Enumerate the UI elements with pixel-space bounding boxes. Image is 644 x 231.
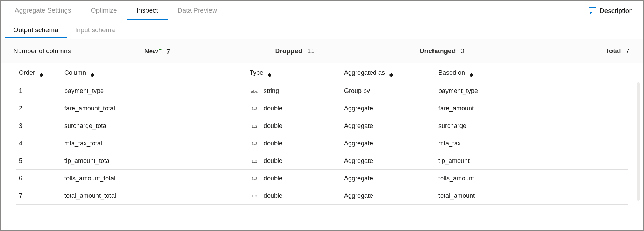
cell-aggregated-as: Group by (341, 82, 436, 100)
cell-type: abcstring (247, 82, 341, 100)
tab-data-preview[interactable]: Data Preview (168, 2, 227, 20)
cell-column: fare_amount_total (62, 100, 247, 117)
numeric-type-icon: 1.2 (250, 124, 259, 128)
numeric-type-icon: 1.2 (250, 107, 259, 111)
cell-order: 3 (16, 117, 62, 135)
stats-total: Total 7 (605, 47, 629, 55)
table-row[interactable]: 6tolls_amount_total1.2doubleAggregatetol… (16, 170, 628, 187)
table-row[interactable]: 7total_amount_total1.2doubleAggregatetot… (16, 187, 628, 205)
cell-aggregated-as: Aggregate (341, 152, 436, 170)
cell-aggregated-as: Aggregate (341, 100, 436, 117)
cell-type: 1.2double (247, 100, 341, 117)
tab-input-schema[interactable]: Input schema (67, 22, 123, 38)
sort-icon (91, 69, 94, 77)
cell-aggregated-as: Aggregate (341, 135, 436, 152)
stats-unchanged-value: 0 (460, 47, 464, 55)
sort-icon (470, 69, 473, 77)
type-name: string (264, 87, 279, 95)
description-label: Description (600, 7, 633, 15)
stats-dropped-label: Dropped (275, 47, 302, 55)
numeric-type-icon: 1.2 (250, 142, 259, 146)
schema-table-wrap: Order Column Type Aggregated as Based on (1, 63, 643, 205)
description-button[interactable]: Description (582, 7, 639, 15)
header-column[interactable]: Column (62, 63, 247, 82)
table-row[interactable]: 5tip_amount_total1.2doubleAggregatetip_a… (16, 152, 628, 170)
table-header-row: Order Column Type Aggregated as Based on (16, 63, 628, 82)
string-type-icon: abc (250, 89, 259, 93)
sort-icon (40, 69, 43, 77)
tab-output-schema[interactable]: Output schema (5, 22, 67, 38)
tab-optimize[interactable]: Optimize (81, 2, 127, 20)
cell-column: mta_tax_total (62, 135, 247, 152)
type-name: double (264, 122, 282, 130)
numeric-type-icon: 1.2 (250, 176, 259, 181)
cell-column: payment_type (62, 82, 247, 100)
cell-type: 1.2double (247, 152, 341, 170)
cell-based-on: payment_type (436, 82, 628, 100)
sort-icon (268, 69, 271, 77)
cell-based-on: total_amount (436, 187, 628, 205)
comment-icon (588, 7, 597, 15)
cell-column: total_amount_total (62, 187, 247, 205)
stats-unchanged: Unchanged 0 (420, 47, 464, 55)
cell-column: surcharge_total (62, 117, 247, 135)
cell-aggregated-as: Aggregate (341, 170, 436, 187)
cell-aggregated-as: Aggregate (341, 117, 436, 135)
cell-type: 1.2double (247, 135, 341, 152)
schema-table: Order Column Type Aggregated as Based on (16, 63, 628, 205)
cell-based-on: mta_tax (436, 135, 628, 152)
cell-based-on: surcharge (436, 117, 628, 135)
schema-tabs: Output schema Input schema (1, 21, 643, 39)
type-name: double (264, 157, 282, 165)
type-name: double (264, 192, 282, 200)
table-row[interactable]: 2fare_amount_total1.2doubleAggregatefare… (16, 100, 628, 117)
vertical-scrollbar[interactable] (637, 82, 640, 201)
cell-type: 1.2double (247, 117, 341, 135)
cell-type: 1.2double (247, 170, 341, 187)
cell-based-on: tip_amount (436, 152, 628, 170)
cell-type: 1.2double (247, 187, 341, 205)
cell-order: 1 (16, 82, 62, 100)
stats-dropped-value: 11 (307, 47, 315, 55)
cell-order: 6 (16, 170, 62, 187)
numeric-type-icon: 1.2 (250, 159, 259, 163)
cell-column: tolls_amount_total (62, 170, 247, 187)
header-based-on[interactable]: Based on (436, 63, 628, 82)
stats-dropped: Dropped 11 (275, 47, 315, 55)
stats-new: New+ 7 (144, 46, 170, 55)
cell-order: 5 (16, 152, 62, 170)
cell-column: tip_amount_total (62, 152, 247, 170)
tab-aggregate-settings[interactable]: Aggregate Settings (5, 2, 81, 20)
stats-new-value: 7 (166, 48, 170, 56)
cell-order: 7 (16, 187, 62, 205)
header-order[interactable]: Order (16, 63, 62, 82)
cell-based-on: fare_amount (436, 100, 628, 117)
table-row[interactable]: 1payment_typeabcstringGroup bypayment_ty… (16, 82, 628, 100)
stats-heading: Number of columns (13, 47, 71, 55)
stats-total-label: Total (605, 47, 621, 55)
primary-tabs: Aggregate Settings Optimize Inspect Data… (1, 1, 643, 21)
cell-based-on: tolls_amount (436, 170, 628, 187)
stats-total-value: 7 (625, 47, 629, 55)
stats-new-label: New+ (144, 46, 162, 55)
table-row[interactable]: 4mta_tax_total1.2doubleAggregatemta_tax (16, 135, 628, 152)
cell-aggregated-as: Aggregate (341, 187, 436, 205)
header-aggregated-as[interactable]: Aggregated as (341, 63, 436, 82)
sort-icon (389, 69, 393, 77)
column-stats-bar: Number of columns New+ 7 Dropped 11 Unch… (1, 39, 643, 63)
type-name: double (264, 175, 282, 182)
header-type[interactable]: Type (247, 63, 341, 82)
type-name: double (264, 140, 282, 147)
new-indicator-icon: + (159, 46, 162, 52)
table-row[interactable]: 3surcharge_total1.2doubleAggregatesurcha… (16, 117, 628, 135)
cell-order: 4 (16, 135, 62, 152)
stats-unchanged-label: Unchanged (420, 47, 456, 55)
type-name: double (264, 105, 282, 112)
numeric-type-icon: 1.2 (250, 194, 259, 198)
tab-inspect[interactable]: Inspect (127, 2, 168, 20)
cell-order: 2 (16, 100, 62, 117)
